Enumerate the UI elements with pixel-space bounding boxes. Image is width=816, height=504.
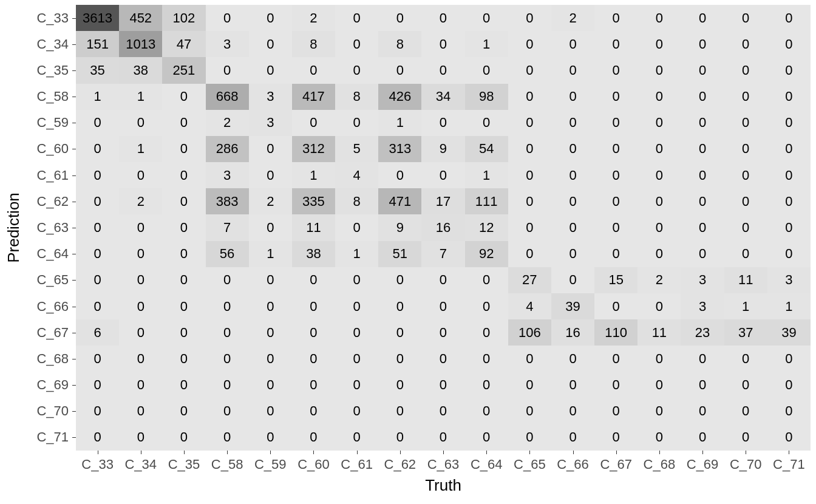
heatmap-cell: 0 bbox=[681, 188, 724, 214]
heatmap-cell: 251 bbox=[162, 57, 205, 83]
heatmap-cell: 0 bbox=[508, 424, 551, 451]
heatmap-cell-value: 0 bbox=[551, 346, 594, 372]
x-tick-label: C_66 bbox=[557, 457, 589, 472]
heatmap-cell: 0 bbox=[206, 424, 249, 451]
heatmap-cell: 54 bbox=[465, 136, 508, 162]
heatmap-cell-value: 0 bbox=[119, 398, 162, 424]
heatmap-cell: 0 bbox=[767, 241, 811, 267]
heatmap-cell-value: 0 bbox=[508, 110, 551, 136]
heatmap-cell: 0 bbox=[551, 372, 594, 398]
heatmap-cell-value: 0 bbox=[292, 267, 335, 293]
heatmap-cell-value: 0 bbox=[119, 346, 162, 372]
heatmap-cell-value: 106 bbox=[508, 319, 551, 346]
heatmap-cell: 16 bbox=[551, 319, 594, 346]
heatmap-cell-value: 0 bbox=[206, 319, 249, 346]
heatmap-cell: 0 bbox=[162, 319, 205, 346]
heatmap-cell-value: 383 bbox=[206, 188, 249, 214]
heatmap-cell-value: 8 bbox=[292, 31, 335, 57]
y-tick-mark bbox=[72, 359, 76, 359]
heatmap-cell: 0 bbox=[594, 84, 638, 110]
heatmap-cell-value: 0 bbox=[119, 162, 162, 188]
heatmap-cell: 0 bbox=[465, 398, 508, 424]
heatmap-cell-value: 3 bbox=[249, 110, 292, 136]
heatmap-cell-value: 38 bbox=[119, 57, 162, 83]
y-tick-mark bbox=[72, 202, 76, 202]
heatmap-cell-value: 0 bbox=[551, 57, 594, 83]
heatmap-cell: 0 bbox=[594, 5, 638, 31]
heatmap-cell: 2 bbox=[551, 5, 594, 31]
heatmap-cell: 0 bbox=[465, 319, 508, 346]
heatmap-cell-value: 0 bbox=[638, 424, 681, 451]
heatmap-cell: 0 bbox=[508, 57, 551, 83]
heatmap-cell: 27 bbox=[508, 267, 551, 293]
heatmap-cell-value: 56 bbox=[206, 241, 249, 267]
heatmap-cell: 0 bbox=[508, 136, 551, 162]
heatmap-cell-value: 0 bbox=[767, 110, 811, 136]
heatmap-cell-value: 0 bbox=[421, 372, 464, 398]
heatmap-cell: 0 bbox=[551, 188, 594, 214]
heatmap-cell-value: 38 bbox=[292, 241, 335, 267]
y-tick-mark bbox=[72, 411, 76, 412]
y-tick-label: C_64 bbox=[36, 246, 69, 262]
heatmap-cell-value: 0 bbox=[421, 293, 464, 319]
heatmap-cell: 9 bbox=[421, 136, 464, 162]
heatmap-cell-value: 0 bbox=[724, 162, 767, 188]
heatmap-cell: 0 bbox=[724, 214, 767, 240]
heatmap-cell-value: 0 bbox=[465, 57, 508, 83]
heatmap-cell: 0 bbox=[724, 110, 767, 136]
heatmap-cell: 98 bbox=[465, 84, 508, 110]
heatmap-cell: 1013 bbox=[119, 31, 162, 57]
x-tick-mark bbox=[616, 451, 617, 454]
heatmap-cell: 8 bbox=[335, 188, 378, 214]
heatmap-cell: 0 bbox=[292, 346, 335, 372]
heatmap-cell: 0 bbox=[162, 346, 205, 372]
heatmap-cell-value: 0 bbox=[465, 293, 508, 319]
x-tick-label: C_67 bbox=[600, 457, 632, 472]
heatmap-cell-value: 4 bbox=[508, 293, 551, 319]
heatmap-cell: 0 bbox=[162, 84, 205, 110]
heatmap-cell: 0 bbox=[421, 110, 464, 136]
heatmap-cell-value: 0 bbox=[638, 188, 681, 214]
y-tick-label: C_58 bbox=[36, 89, 69, 104]
heatmap-cell-value: 0 bbox=[335, 110, 378, 136]
heatmap-cell-value: 1 bbox=[378, 110, 421, 136]
heatmap-cell: 5 bbox=[335, 136, 378, 162]
heatmap-cell-value: 27 bbox=[508, 267, 551, 293]
heatmap-cell-value: 286 bbox=[206, 136, 249, 162]
heatmap-cell-value: 0 bbox=[594, 398, 638, 424]
heatmap-cell: 0 bbox=[119, 214, 162, 240]
heatmap-cell-value: 11 bbox=[292, 214, 335, 240]
heatmap-cell: 0 bbox=[119, 346, 162, 372]
heatmap-cell-value: 0 bbox=[724, 5, 767, 31]
heatmap-cell: 0 bbox=[119, 241, 162, 267]
heatmap-cell: 0 bbox=[465, 424, 508, 451]
heatmap-cell: 0 bbox=[119, 293, 162, 319]
heatmap-cell: 0 bbox=[551, 110, 594, 136]
y-tick-mark bbox=[72, 18, 76, 19]
heatmap-cell: 0 bbox=[508, 214, 551, 240]
heatmap-cell-value: 0 bbox=[724, 136, 767, 162]
heatmap-cell: 0 bbox=[508, 84, 551, 110]
heatmap-cell-value: 0 bbox=[421, 398, 464, 424]
heatmap-cell: 0 bbox=[76, 346, 119, 372]
heatmap-cell-value: 426 bbox=[378, 84, 421, 110]
x-tick-mark bbox=[659, 451, 660, 454]
y-tick-mark bbox=[72, 44, 76, 45]
heatmap-cell-value: 0 bbox=[681, 398, 724, 424]
heatmap-cell: 3 bbox=[249, 84, 292, 110]
heatmap-cell: 0 bbox=[249, 398, 292, 424]
heatmap-cell-value: 335 bbox=[292, 188, 335, 214]
heatmap-cell: 110 bbox=[594, 319, 638, 346]
heatmap-cell: 0 bbox=[335, 293, 378, 319]
heatmap-cell-value: 0 bbox=[638, 84, 681, 110]
heatmap-cell: 1 bbox=[767, 293, 811, 319]
heatmap-cell-value: 0 bbox=[551, 424, 594, 451]
heatmap-cell-value: 0 bbox=[206, 5, 249, 31]
heatmap-cell-value: 0 bbox=[465, 398, 508, 424]
heatmap-cell-value: 0 bbox=[335, 398, 378, 424]
heatmap-cell: 0 bbox=[594, 346, 638, 372]
heatmap-cell-value: 0 bbox=[335, 267, 378, 293]
heatmap-cell: 0 bbox=[681, 110, 724, 136]
x-tick-label: C_62 bbox=[384, 457, 416, 472]
x-tick-label: C_65 bbox=[514, 457, 546, 472]
